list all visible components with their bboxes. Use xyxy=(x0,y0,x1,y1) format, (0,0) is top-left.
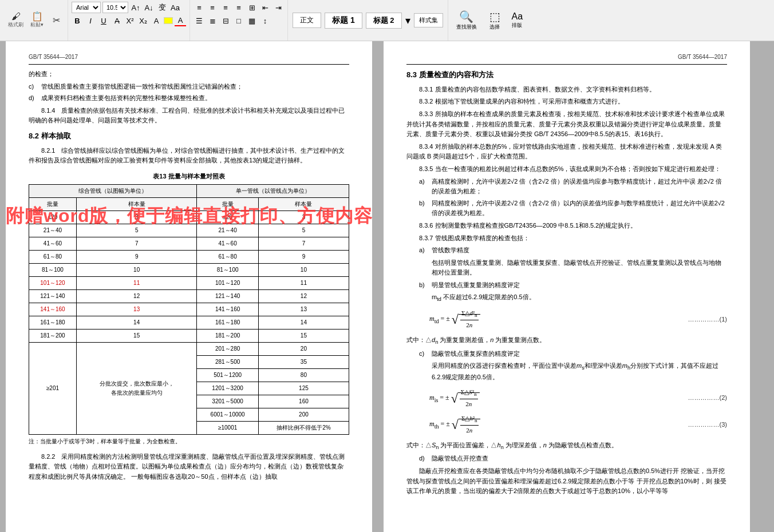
font-size-decrease-btn[interactable]: A↓ xyxy=(143,2,155,13)
search-replace-btn[interactable]: 🔍 查找替换 xyxy=(452,9,481,32)
layout-btn[interactable]: Aa 排版 xyxy=(508,10,527,30)
font-effect-btn[interactable]: Aa xyxy=(169,2,181,13)
formula-3-desc: 式中：△Sn 为平面位置偏差，△hn 为理深差值，n 为隐蔽管线点检查点数。 xyxy=(406,440,727,452)
table-row: 21～40521～405 xyxy=(29,224,349,237)
item-837b: b) 明显管线点重复量测的精度评定 xyxy=(406,280,727,291)
font-section: Arial 10.5 A↑ A↓ 变 Aa B I U A̶ X² X₂ A A xyxy=(68,0,190,41)
formula-1-text: mtd = ± √Σ△d²n2n xyxy=(429,308,688,330)
col-sample1: 样本量 xyxy=(76,197,196,211)
right-page: GB/T 35644—2017 8.3 质量检查的内容和方法 8.3.1 质量检… xyxy=(384,41,750,532)
style-expand-btn[interactable]: ▾ xyxy=(405,14,410,27)
toolbar-paste-section: 🖌 格式刷 📋 粘贴▾ ✂ xyxy=(2,0,68,41)
table-row: 81～1001081～10010 xyxy=(29,263,349,276)
superscript-btn[interactable]: X² xyxy=(124,15,136,26)
paste-icon: 📋 xyxy=(31,12,43,21)
formula-1-num: ……………(1) xyxy=(688,315,727,325)
align-center-btn[interactable]: ≡ xyxy=(207,2,218,13)
col-batch2: 批量 xyxy=(197,197,259,211)
font-size-increase-btn[interactable]: A↑ xyxy=(130,2,141,13)
right-p-837c-detail: 采用同精度的仪器进行探查检查时，平面位置中误差ms和理深中误差mh分别按下式计算… xyxy=(406,361,727,382)
select-icon: ⬚ xyxy=(489,10,500,23)
align-right-btn[interactable]: ≡ xyxy=(220,2,231,13)
cut-btn[interactable]: ✂ xyxy=(48,15,64,26)
cut-icon: ✂ xyxy=(53,16,60,25)
table-row: ≤203≤203 xyxy=(29,211,349,224)
table-note: 注：当批量小于或等于3时，样本量等于批量，为全数检查。 xyxy=(29,437,349,446)
right-p-831: 8.3.1 质量检查的内容包括数学精度、图表资料、数据文件、文字资料和资料归档等… xyxy=(406,85,727,95)
numbered-list-btn[interactable]: ≣ xyxy=(207,15,218,26)
font-size-select[interactable]: 10.5 xyxy=(102,2,128,13)
main-content: GB/T 35644—2017 附赠word版，便于编辑直接打印、方便内容复制和… xyxy=(0,41,774,532)
item-835b: b) 同精度检测时，允许中误差2√2 倍（含2√2 倍）以内的误差值均应参与数学… xyxy=(406,198,727,219)
font-name-select[interactable]: Arial xyxy=(72,2,101,13)
border-btn[interactable]: □ xyxy=(233,15,244,26)
outline-btn[interactable]: ⊟ xyxy=(220,15,231,26)
formula-2-num: ……………(2) xyxy=(688,393,727,403)
right-header-right: GB/T 35644—2017 xyxy=(678,53,727,62)
item-837a: a) 管线数学精度 xyxy=(406,245,727,256)
style-section: 正文 标题 1 标题 2 ▾ 样式集 xyxy=(288,0,448,41)
highlight-btn[interactable] xyxy=(164,17,173,24)
right-p-836: 8.3.6 控制测量数学精度检查按GB/T24356—2009 中8.5.1和8… xyxy=(406,221,727,231)
right-p-832: 8.3.2 根据地下管线测量成果的内容和特性，可采用详查和概查方式进行。 xyxy=(406,97,727,107)
right-p-837d-detail: 隐蔽点开挖检查应在各类隐蔽管线点中均匀分布随机抽取不少于隐蔽管线总点数的0.5%… xyxy=(406,466,727,497)
left-p-821: 8.2.1 综合管线抽样应以综合管线图幅为单位，对综合管线图幅进行抽查，其中技术… xyxy=(29,146,349,166)
item-c: c) 管线图质量检查主要指管线图逻辑一致性和管线图属性注记错漏的检查； xyxy=(29,82,349,92)
table-row: 121～14012121～14012 xyxy=(29,289,349,303)
formula-3-block: mth = ± √Σ△h²n2n ……………(3) xyxy=(406,414,727,435)
left-p-814: 8.1.4 质量检查的依据包括有关技术标准、工程合同、经批准的技术设计书和相关补… xyxy=(29,106,349,126)
format-painter-btn[interactable]: 🖌 格式刷 xyxy=(6,11,26,30)
right-p-837a-detail: 包括明显管线点重复量测、隐蔽管线重复探查、隐蔽管线点开挖验证、管线点重复量测以及… xyxy=(406,258,727,278)
table-13-title: 表13 批量与样本量对照表 xyxy=(29,172,349,182)
left-header-text: GB/T 35644—2017 xyxy=(29,53,78,62)
paragraph-section: ≡ ≡ ≡ ≡ ⊞ ⇤ ⇥ ☰ ≣ ⊟ □ ▦ ↕ xyxy=(190,0,288,41)
style-normal-btn[interactable]: 正文 xyxy=(293,13,321,28)
toolbar: 🖌 格式刷 📋 粘贴▾ ✂ Arial 10.5 A↑ A↓ 变 Aa B I xyxy=(0,0,774,41)
item-835a: a) 高精度检测时，允许中误差2√2 倍（含2√2 倍）的误差值均应参与数学精度… xyxy=(406,177,727,197)
item-d: d) 成果资料归档检查主要包括资料的完整性和整体规整性检查。 xyxy=(29,93,349,104)
special-char-btn[interactable]: 变 xyxy=(156,2,168,13)
formula-2-block: mis = ± √Σ△S²n2n ……………(2) xyxy=(406,387,727,409)
table-row: ≥201 分批次提交，批次数应最小，各批次的批量应均匀 201～28020 xyxy=(29,342,349,355)
toolbar-right: 🔍 查找替换 ⬚ 选择 Aa 排版 xyxy=(448,0,530,41)
bullet-list-btn[interactable]: ☰ xyxy=(194,15,205,26)
table-row: 181～20015181～20015 xyxy=(29,329,349,342)
table-row: 141～16013141～16013 xyxy=(29,303,349,316)
right-p-837b-detail: mtd 不应超过6.2.9规定限差的0.5倍。 xyxy=(406,292,727,304)
table-row: 101～12011101～12011 xyxy=(29,276,349,289)
right-p-837: 8.3.7 管线图成果数学精度的检查包括： xyxy=(406,233,727,244)
search-icon: 🔍 xyxy=(459,10,473,23)
font-color-btn[interactable]: A xyxy=(175,15,186,26)
indent-increase-btn[interactable]: ⇥ xyxy=(273,2,284,13)
table-row: 161～18014161～18014 xyxy=(29,316,349,329)
subscript-btn[interactable]: X₂ xyxy=(137,15,149,26)
format-painter-icon: 🖌 xyxy=(11,12,21,21)
layout-icon: Aa xyxy=(512,11,523,22)
clear-format-btn[interactable]: A xyxy=(151,15,162,26)
left-page-header: GB/T 35644—2017 xyxy=(29,53,349,65)
select-btn[interactable]: ⬚ 选择 xyxy=(485,9,505,32)
paste-btn[interactable]: 📋 粘贴▾ xyxy=(28,11,46,30)
bold-btn[interactable]: B xyxy=(72,15,83,26)
shading-btn[interactable]: ▦ xyxy=(246,15,258,26)
align-left-btn[interactable]: ≡ xyxy=(194,2,205,13)
indent-decrease-btn[interactable]: ⇤ xyxy=(259,2,271,13)
paste-label: 粘贴▾ xyxy=(30,21,44,29)
table-row: 61～80961～809 xyxy=(29,250,349,263)
justify-btn[interactable]: ≡ xyxy=(233,2,244,13)
style-h1-btn[interactable]: 标题 1 xyxy=(325,13,362,29)
section-83-title: 8.3 质量检查的内容和方法 xyxy=(406,69,727,81)
underline-btn[interactable]: U xyxy=(98,15,109,26)
col-sample2: 样本量 xyxy=(258,197,349,211)
formula-2-text: mis = ± √Σ△S²n2n xyxy=(429,387,688,409)
column-btn[interactable]: ⊞ xyxy=(246,2,258,13)
style-collection-btn[interactable]: 样式集 xyxy=(414,13,443,27)
style-h2-btn[interactable]: 标题 2 xyxy=(366,13,402,29)
col-header-zhonghe: 综合管线（以图幅为单位） xyxy=(29,184,197,197)
page-gap xyxy=(375,41,381,532)
table-13: 表13 批量与样本量对照表 综合管线（以图幅为单位） 单一管线（以管线点为单位）… xyxy=(29,172,349,446)
strikethrough-btn[interactable]: A̶ xyxy=(111,15,123,26)
left-p-822: 8.2.2 采用同精度检测的方法检测明显管线点埋深重测精度、隐蔽管线点平面位置及… xyxy=(29,452,349,482)
italic-btn[interactable]: I xyxy=(85,15,96,26)
line-spacing-btn[interactable]: ↕ xyxy=(259,15,271,26)
